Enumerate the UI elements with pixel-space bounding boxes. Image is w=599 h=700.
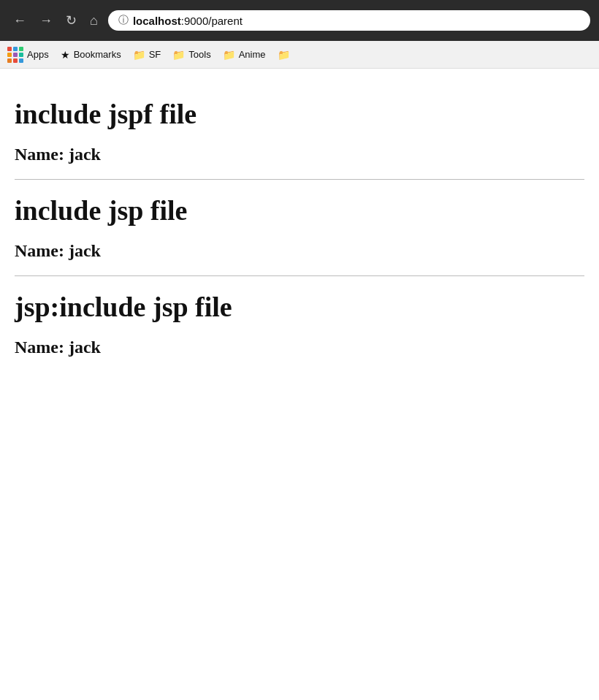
star-icon: ★ xyxy=(61,49,70,61)
section-jsp-include-name: Name: jack xyxy=(15,338,584,357)
bookmark-more[interactable]: 📁 xyxy=(278,49,290,61)
bookmark-sf-label: SF xyxy=(149,49,161,60)
section-jsp-name: Name: jack xyxy=(15,241,584,261)
folder-anime-icon: 📁 xyxy=(223,49,235,61)
folder-tools-icon: 📁 xyxy=(172,49,185,61)
address-bar[interactable]: ⓘ localhost:9000/parent xyxy=(108,10,590,31)
bookmark-tools-label: Tools xyxy=(188,49,210,60)
info-icon: ⓘ xyxy=(118,14,129,27)
section-jsp-include-title: jsp:include jsp file xyxy=(15,291,584,323)
section-jspf: include jspf file Name: jack xyxy=(15,83,584,179)
bookmark-apps[interactable]: Apps xyxy=(7,47,49,63)
page-content: include jspf file Name: jack include jsp… xyxy=(0,69,599,372)
home-button[interactable]: ⌂ xyxy=(85,11,102,30)
section-jsp: include jsp file Name: jack xyxy=(15,179,584,275)
section-jsp-title: include jsp file xyxy=(15,194,584,227)
apps-grid-icon xyxy=(7,47,23,63)
section-jspf-name: Name: jack xyxy=(15,145,584,164)
address-text: localhost:9000/parent xyxy=(133,15,243,27)
browser-chrome: ← → ↻ ⌂ ⓘ localhost:9000/parent xyxy=(0,0,599,41)
bookmark-anime-label: Anime xyxy=(239,49,266,60)
reload-button[interactable]: ↻ xyxy=(61,11,81,30)
bookmark-sf[interactable]: 📁 SF xyxy=(133,49,161,61)
bookmark-anime[interactable]: 📁 Anime xyxy=(223,49,266,61)
folder-sf-icon: 📁 xyxy=(133,49,145,61)
bookmark-bookmarks-label: Bookmarks xyxy=(74,49,121,60)
bookmark-tools[interactable]: 📁 Tools xyxy=(172,49,210,61)
nav-buttons: ← → ↻ ⌂ xyxy=(9,11,102,30)
folder-more-icon: 📁 xyxy=(278,49,290,61)
back-button[interactable]: ← xyxy=(9,11,31,30)
section-jsp-include: jsp:include jsp file Name: jack xyxy=(15,275,584,372)
bookmark-apps-label: Apps xyxy=(27,49,49,60)
forward-button[interactable]: → xyxy=(35,11,57,30)
bookmarks-bar: Apps ★ Bookmarks 📁 SF 📁 Tools 📁 Anime 📁 xyxy=(0,41,599,69)
bookmark-bookmarks[interactable]: ★ Bookmarks xyxy=(61,49,121,61)
section-jspf-title: include jspf file xyxy=(15,98,584,130)
